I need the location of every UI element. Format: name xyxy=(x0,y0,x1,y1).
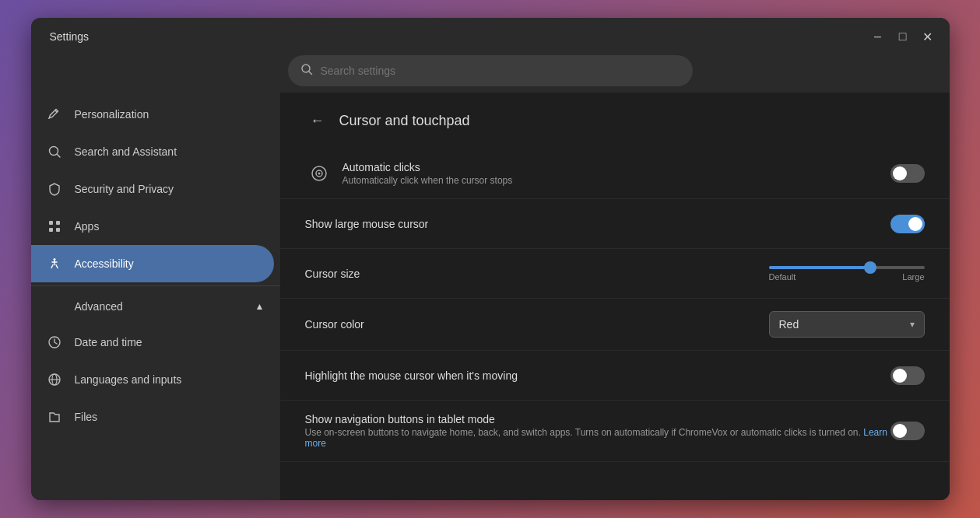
cursor-size-slider-track[interactable] xyxy=(769,266,925,269)
tablet-mode-row: Show navigation buttons in tablet mode U… xyxy=(280,401,950,462)
slider-label-default: Default xyxy=(769,272,796,282)
automatic-clicks-subtitle: Automatically click when the cursor stop… xyxy=(342,175,890,186)
cursor-color-row: Cursor color Red ▾ xyxy=(280,299,950,351)
advanced-section-header[interactable]: Advanced ▲ xyxy=(31,289,280,324)
cursor-size-slider-fill xyxy=(769,266,870,269)
sidebar-item-apps[interactable]: Apps xyxy=(31,208,280,245)
highlight-cursor-title: Highlight the mouse cursor when it's mov… xyxy=(305,369,890,382)
highlight-cursor-toggle[interactable] xyxy=(890,366,925,385)
sidebar-item-languages-inputs[interactable]: Languages and inputs xyxy=(31,361,280,398)
apps-icon xyxy=(47,219,62,234)
tablet-mode-toggle[interactable] xyxy=(890,422,925,440)
tablet-mode-subtitle-text: Use on-screen buttons to navigate home, … xyxy=(305,427,861,438)
window-controls: – □ ✕ xyxy=(869,27,937,46)
large-cursor-row: Show large mouse cursor xyxy=(280,199,950,249)
svg-line-3 xyxy=(57,155,60,158)
back-button[interactable]: ← xyxy=(305,108,330,133)
main-content: Personalization Search and Assistant xyxy=(31,93,950,500)
close-button[interactable]: ✕ xyxy=(919,27,937,46)
security-icon xyxy=(47,181,62,197)
sidebar-item-security-privacy[interactable]: Security and Privacy xyxy=(31,170,280,208)
date-time-label: Date and time xyxy=(75,336,142,348)
search-assistant-label: Search and Assistant xyxy=(75,145,177,158)
tablet-mode-subtitle: Use on-screen buttons to navigate home, … xyxy=(305,427,890,449)
cursor-color-dropdown[interactable]: Red ▾ xyxy=(769,311,925,338)
files-label: Files xyxy=(75,411,98,423)
svg-line-1 xyxy=(309,72,312,75)
cursor-size-slider-container: Default Large xyxy=(769,266,925,282)
tablet-mode-toggle-knob xyxy=(893,424,907,438)
content-header: ← Cursor and touchpad xyxy=(280,93,950,149)
automatic-clicks-toggle-knob xyxy=(893,166,907,180)
slider-label-large: Large xyxy=(902,272,924,282)
accessibility-label: Accessibility xyxy=(75,257,134,270)
sidebar-item-date-time[interactable]: Date and time xyxy=(31,324,280,361)
sidebar-item-personalization[interactable]: Personalization xyxy=(31,96,280,133)
advanced-label: Advanced xyxy=(75,300,123,313)
svg-rect-4 xyxy=(49,221,53,225)
svg-point-15 xyxy=(318,173,320,175)
minimize-button[interactable]: – xyxy=(869,27,887,46)
tablet-mode-title: Show navigation buttons in tablet mode xyxy=(305,413,890,425)
sidebar-item-accessibility[interactable]: Accessibility xyxy=(31,245,274,282)
date-time-icon xyxy=(47,334,62,350)
apps-label: Apps xyxy=(75,220,100,233)
automatic-clicks-icon xyxy=(305,165,333,182)
highlight-cursor-toggle-knob xyxy=(893,369,907,383)
languages-icon xyxy=(47,372,62,387)
search-assistant-icon xyxy=(47,144,62,159)
sidebar-item-search-assistant[interactable]: Search and Assistant xyxy=(31,133,280,170)
languages-inputs-label: Languages and inputs xyxy=(75,373,182,386)
svg-point-8 xyxy=(53,258,55,261)
personalization-label: Personalization xyxy=(75,108,149,121)
cursor-size-row: Cursor size Default Large xyxy=(280,249,950,299)
security-privacy-label: Security and Privacy xyxy=(75,183,174,195)
svg-rect-7 xyxy=(56,228,60,232)
large-cursor-text: Show large mouse cursor xyxy=(305,218,890,230)
sidebar: Personalization Search and Assistant xyxy=(31,93,280,500)
dropdown-arrow-icon: ▾ xyxy=(910,319,915,330)
automatic-clicks-text: Automatic clicks Automatically click whe… xyxy=(342,161,890,186)
cursor-size-slider-thumb[interactable] xyxy=(864,261,876,274)
svg-point-2 xyxy=(49,147,58,156)
cursor-size-slider-labels: Default Large xyxy=(769,272,925,282)
search-input[interactable] xyxy=(321,65,680,77)
large-cursor-toggle-knob xyxy=(908,217,922,231)
maximize-button[interactable]: □ xyxy=(894,27,912,46)
cursor-color-value: Red xyxy=(779,318,904,331)
search-icon xyxy=(300,63,313,79)
sidebar-divider xyxy=(31,285,280,286)
advanced-chevron-icon: ▲ xyxy=(255,301,265,312)
svg-rect-6 xyxy=(49,228,53,232)
search-container xyxy=(31,55,950,93)
page-title: Cursor and touchpad xyxy=(339,113,470,129)
sidebar-item-files[interactable]: Files xyxy=(31,398,280,436)
titlebar: Settings – □ ✕ xyxy=(31,18,950,55)
cursor-color-text: Cursor color xyxy=(305,318,769,331)
cursor-size-text: Cursor size xyxy=(305,268,769,280)
personalization-icon xyxy=(47,107,62,122)
content-area: ← Cursor and touchpad Automatic clicks A… xyxy=(280,93,950,500)
automatic-clicks-row: Automatic clicks Automatically click whe… xyxy=(280,149,950,199)
highlight-cursor-text: Highlight the mouse cursor when it's mov… xyxy=(305,369,890,382)
settings-window: Settings – □ ✕ xyxy=(31,18,950,500)
large-cursor-toggle[interactable] xyxy=(890,215,925,233)
automatic-clicks-title: Automatic clicks xyxy=(342,161,890,173)
svg-rect-5 xyxy=(56,221,60,225)
tablet-mode-text: Show navigation buttons in tablet mode U… xyxy=(305,413,890,449)
cursor-size-title: Cursor size xyxy=(305,268,769,280)
window-title: Settings xyxy=(44,30,90,43)
cursor-color-title: Cursor color xyxy=(305,318,769,331)
large-cursor-title: Show large mouse cursor xyxy=(305,218,890,230)
highlight-cursor-row: Highlight the mouse cursor when it's mov… xyxy=(280,351,950,401)
search-bar xyxy=(288,55,693,86)
accessibility-icon xyxy=(47,256,62,271)
files-icon xyxy=(47,409,62,425)
automatic-clicks-toggle[interactable] xyxy=(890,164,925,183)
